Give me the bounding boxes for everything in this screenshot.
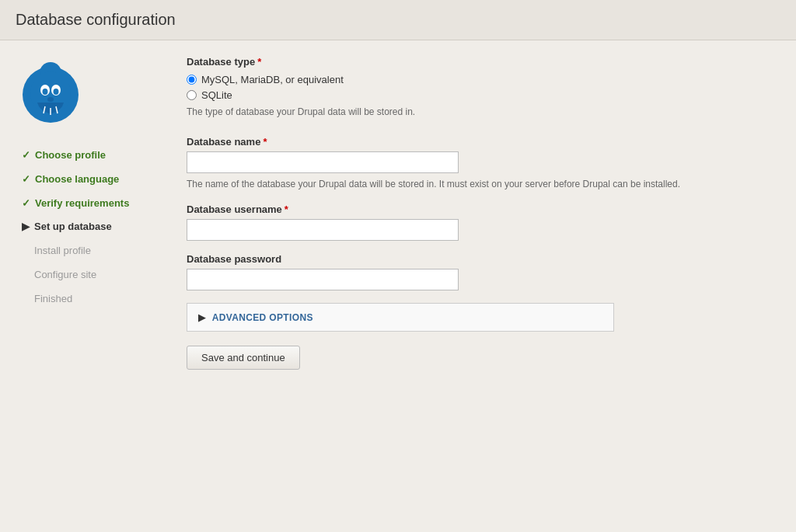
sidebar-item-label: Set up database bbox=[34, 219, 112, 235]
sidebar-item-choose-profile[interactable]: ✓ Choose profile bbox=[16, 144, 163, 168]
sidebar-item-choose-language[interactable]: ✓ Choose language bbox=[16, 168, 163, 192]
required-indicator: * bbox=[257, 56, 261, 68]
arrow-icon: ▶ bbox=[22, 219, 30, 235]
check-icon: ✓ bbox=[22, 172, 30, 188]
sidebar-item-label: Choose profile bbox=[35, 148, 106, 164]
sidebar-item-configure-site: Configure site bbox=[16, 263, 163, 287]
sidebar-item-set-up-database: ▶ Set up database bbox=[16, 215, 163, 239]
db-username-input[interactable] bbox=[187, 219, 459, 241]
sqlite-radio[interactable] bbox=[187, 90, 197, 100]
page-body: ✓ Choose profile ✓ Choose language ✓ Ver… bbox=[0, 40, 796, 385]
db-type-section: Database type* MySQL, MariaDB, or equiva… bbox=[187, 56, 773, 119]
sidebar-item-finished: Finished bbox=[16, 287, 163, 311]
db-password-label: Database password bbox=[187, 253, 773, 265]
mysql-label: MySQL, MariaDB, or equivalent bbox=[201, 74, 344, 85]
main-content: Database type* MySQL, MariaDB, or equiva… bbox=[179, 56, 780, 370]
db-username-label: Database username* bbox=[187, 203, 773, 215]
db-name-section: Database name* The name of the database … bbox=[187, 136, 773, 191]
check-icon: ✓ bbox=[22, 196, 30, 212]
mysql-option[interactable]: MySQL, MariaDB, or equivalent bbox=[187, 74, 773, 85]
svg-point-6 bbox=[54, 89, 59, 95]
sidebar-item-verify-requirements[interactable]: ✓ Verify requirements bbox=[16, 192, 163, 216]
sidebar-item-label: Choose language bbox=[35, 172, 119, 188]
db-name-input[interactable] bbox=[187, 151, 459, 173]
sidebar-item-install-profile: Install profile bbox=[16, 239, 163, 263]
sidebar-item-label: Configure site bbox=[34, 267, 96, 283]
sidebar-item-label: Finished bbox=[34, 291, 72, 308]
sqlite-label: SQLite bbox=[201, 89, 232, 101]
required-indicator: * bbox=[263, 136, 267, 148]
db-type-help: The type of database your Drupal data wi… bbox=[187, 106, 773, 119]
page-header: Database configuration bbox=[0, 0, 796, 40]
check-icon: ✓ bbox=[22, 148, 30, 164]
advanced-arrow-icon: ▶ bbox=[198, 311, 206, 323]
svg-point-5 bbox=[43, 89, 48, 95]
advanced-options-label[interactable]: ADVANCED OPTIONS bbox=[212, 312, 313, 323]
db-username-section: Database username* bbox=[187, 203, 773, 241]
sidebar-item-label: Verify requirements bbox=[35, 196, 129, 212]
sidebar: ✓ Choose profile ✓ Choose language ✓ Ver… bbox=[16, 56, 163, 370]
required-indicator: * bbox=[285, 203, 288, 215]
sidebar-item-label: Install profile bbox=[34, 243, 91, 259]
drupal-logo bbox=[16, 56, 163, 128]
db-name-label: Database name* bbox=[187, 136, 773, 148]
advanced-options-box[interactable]: ▶ ADVANCED OPTIONS bbox=[187, 303, 614, 332]
save-continue-button[interactable]: Save and continue bbox=[187, 346, 300, 370]
page-title: Database configuration bbox=[16, 11, 780, 29]
db-name-help: The name of the database your Drupal dat… bbox=[187, 178, 773, 191]
sqlite-option[interactable]: SQLite bbox=[187, 89, 773, 101]
db-type-label: Database type* bbox=[187, 56, 773, 68]
db-password-input[interactable] bbox=[187, 269, 459, 290]
db-password-section: Database password bbox=[187, 253, 773, 290]
svg-point-7 bbox=[47, 97, 54, 102]
mysql-radio[interactable] bbox=[187, 75, 197, 85]
